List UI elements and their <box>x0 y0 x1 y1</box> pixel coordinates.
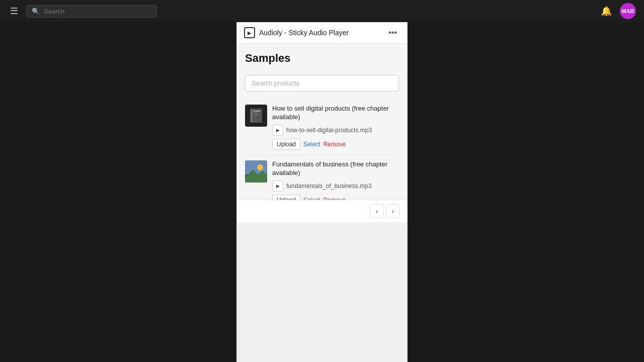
next-page-button[interactable]: › <box>386 204 400 218</box>
avatar[interactable]: MAB <box>620 3 636 19</box>
list-item: Fundamentals of business (free chapter a… <box>245 155 399 200</box>
panel-header: ▶ Audioly - Sticky Audio Player ••• <box>237 22 407 44</box>
product-name: How to sell digital products (free chapt… <box>272 105 399 122</box>
panel: ▶ Audioly - Sticky Audio Player ••• Samp… <box>236 22 408 362</box>
panel-content: Samples How to sell digital products (fr… <box>237 44 407 200</box>
main-area: ▶ Audioly - Sticky Audio Player ••• Samp… <box>0 22 644 362</box>
right-background <box>408 22 644 362</box>
list-item: How to sell digital products (free chapt… <box>245 100 399 155</box>
play-audio-button[interactable]: ▶ <box>272 125 283 136</box>
search-products-input[interactable] <box>245 75 399 92</box>
action-buttons: Upload Select Remove <box>272 139 399 150</box>
pagination-footer: ‹ › <box>237 200 407 222</box>
audio-row: ▶ how-to-sell-digital-products.mp3 <box>272 125 399 136</box>
nav-search-bar: 🔍 <box>26 5 157 18</box>
svg-rect-1 <box>251 110 252 122</box>
left-background <box>0 22 236 362</box>
prev-page-button[interactable]: ‹ <box>370 204 384 218</box>
panel-title: Audioly - Sticky Audio Player <box>259 29 381 37</box>
search-icon: 🔍 <box>32 8 40 15</box>
play-audio-button[interactable]: ▶ <box>272 180 283 192</box>
more-options-button[interactable]: ••• <box>385 27 400 38</box>
samples-heading: Samples <box>245 52 399 65</box>
audio-filename: fundamentals_of_business.mp3 <box>286 183 371 190</box>
product-info: Fundamentals of business (free chapter a… <box>272 160 399 200</box>
select-button[interactable]: Select <box>303 141 320 148</box>
product-thumbnail <box>245 105 267 127</box>
top-nav: ☰ 🔍 🔔 MAB <box>0 0 644 22</box>
product-info: How to sell digital products (free chapt… <box>272 105 399 150</box>
action-buttons: Upload Select Remove <box>272 195 399 200</box>
plugin-icon: ▶ <box>244 27 255 38</box>
below-panel-area <box>237 222 407 362</box>
svg-rect-3 <box>253 113 258 113</box>
upload-button[interactable]: Upload <box>272 195 300 200</box>
upload-button[interactable]: Upload <box>272 139 300 150</box>
notifications-button[interactable]: 🔔 <box>599 4 614 19</box>
remove-button[interactable]: Remove <box>323 141 346 148</box>
product-name: Fundamentals of business (free chapter a… <box>272 160 399 177</box>
svg-rect-2 <box>253 111 260 112</box>
product-thumbnail <box>245 160 267 183</box>
menu-button[interactable]: ☰ <box>8 4 20 19</box>
nav-search-input[interactable] <box>44 8 151 15</box>
audio-filename: how-to-sell-digital-products.mp3 <box>286 127 372 134</box>
svg-rect-4 <box>253 114 259 115</box>
audio-row: ▶ fundamentals_of_business.mp3 <box>272 180 399 192</box>
svg-point-7 <box>257 164 263 170</box>
